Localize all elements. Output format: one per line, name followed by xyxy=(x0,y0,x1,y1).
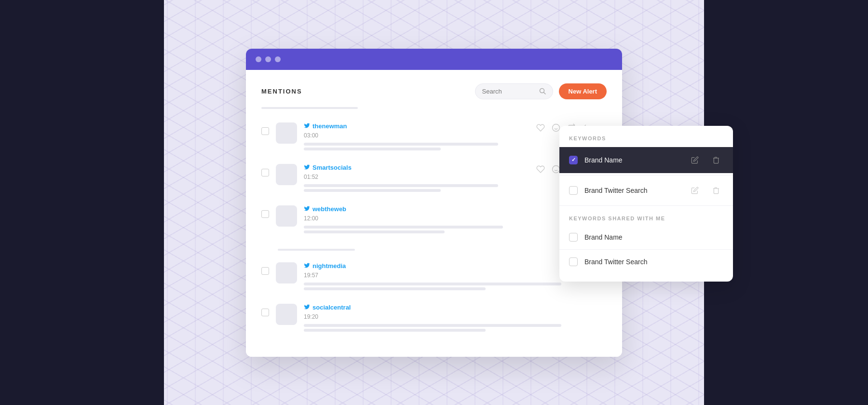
mention-item-4: nightmedia 19:57 xyxy=(261,258,607,300)
mention-avatar-3 xyxy=(276,205,297,227)
keyword-shared-label-1: Brand Name xyxy=(584,233,723,241)
mention-time-5: 19:20 xyxy=(304,313,607,320)
mention-checkbox-4[interactable] xyxy=(261,267,269,275)
keyword-shared-checkbox-1[interactable] xyxy=(569,233,578,242)
mention-text-bar-2a xyxy=(304,184,498,187)
mention-row-3: webtheweb 12:00 ✕ ✕ ⋯ xyxy=(261,202,607,243)
mention-username-1: thenewman xyxy=(304,122,532,130)
kw-separator-2 xyxy=(559,205,733,206)
title-bar xyxy=(246,49,622,70)
mentions-title: MENTIONS xyxy=(261,88,302,95)
mention-time-3: 12:00 xyxy=(304,215,538,222)
mention-time-1: 03:00 xyxy=(304,132,532,139)
mention-username-3: webtheweb xyxy=(304,205,538,213)
twitter-icon-1 xyxy=(304,122,310,130)
mentions-rule xyxy=(261,107,358,109)
svg-line-1 xyxy=(543,93,545,94)
keywords-panel: KEYWORDS Brand Name Brand Twitter Search xyxy=(559,126,733,282)
keyword-shared-label-2: Brand Twitter Search xyxy=(584,258,723,266)
kw-separator-3 xyxy=(559,249,733,250)
mention-username-2: Smartsocials xyxy=(304,164,532,172)
mention-text-bar-3a xyxy=(304,226,503,229)
keywords-section-title: KEYWORDS xyxy=(559,135,733,147)
mention-body-5: socialcentral 19:20 xyxy=(304,304,607,334)
mention-checkbox-3[interactable] xyxy=(261,210,269,218)
search-box[interactable] xyxy=(475,83,553,99)
app-window: MENTIONS New Alert xyxy=(246,49,622,357)
mention-checkbox-2[interactable] xyxy=(261,169,269,176)
keyword-delete-btn-2[interactable] xyxy=(709,183,723,198)
mention-avatar-1 xyxy=(276,122,297,144)
mention-avatar-4 xyxy=(276,262,297,284)
mention-row-4: nightmedia 19:57 xyxy=(261,258,607,300)
mention-body-2: Smartsocials 01:52 xyxy=(304,164,532,194)
window-dot-1 xyxy=(256,56,261,62)
keywords-shared-title: KEYWORDS SHARED WITH ME xyxy=(559,208,733,227)
mention-text-bar-5a xyxy=(304,324,561,327)
keyword-edit-btn-1[interactable] xyxy=(688,153,702,167)
mention-item-1: thenewman 03:00 xyxy=(261,119,532,160)
twitter-icon-5 xyxy=(304,304,310,311)
header-actions: New Alert xyxy=(475,83,607,99)
keyword-label-1: Brand Name xyxy=(584,156,681,164)
twitter-icon-3 xyxy=(304,205,310,213)
mention-row-5: socialcentral 19:20 xyxy=(261,300,607,341)
mention-checkbox-1[interactable] xyxy=(261,127,269,135)
mention-row-2: Smartsocials 01:52 xyxy=(261,160,607,202)
mention-item-5: socialcentral 19:20 xyxy=(261,300,607,341)
keyword-shared-checkbox-2[interactable] xyxy=(569,257,578,266)
keyword-item-1[interactable]: Brand Name xyxy=(559,147,733,173)
mention-item-3: webtheweb 12:00 xyxy=(261,202,538,243)
dark-left-panel xyxy=(0,0,164,405)
mention-text-bar-4a xyxy=(304,283,561,285)
new-alert-button[interactable]: New Alert xyxy=(559,83,607,99)
mention-text-bar-4b xyxy=(304,287,486,290)
keyword-delete-btn-1[interactable] xyxy=(709,153,723,167)
search-icon xyxy=(539,88,546,94)
keyword-checkbox-2[interactable] xyxy=(569,186,578,195)
section-divider xyxy=(278,249,355,251)
keyword-shared-item-1[interactable]: Brand Name xyxy=(559,227,733,247)
mention-text-bar-1a xyxy=(304,143,498,146)
window-dot-3 xyxy=(275,56,281,62)
heart-icon-1[interactable] xyxy=(536,123,545,134)
window-dot-2 xyxy=(265,56,271,62)
mention-time-2: 01:52 xyxy=(304,174,532,180)
mention-item-2: Smartsocials 01:52 xyxy=(261,160,532,202)
svg-point-8 xyxy=(553,165,560,173)
keyword-label-2: Brand Twitter Search xyxy=(584,187,681,194)
mention-text-bar-1b xyxy=(304,148,441,150)
mention-checkbox-5[interactable] xyxy=(261,309,269,316)
mention-text-bar-5b xyxy=(304,329,486,332)
mentions-header: MENTIONS New Alert xyxy=(261,83,607,99)
keyword-edit-btn-2[interactable] xyxy=(688,183,702,198)
twitter-icon-4 xyxy=(304,262,310,270)
mention-body-3: webtheweb 12:00 xyxy=(304,205,538,235)
mention-text-bar-2b xyxy=(304,189,441,192)
mention-avatar-5 xyxy=(276,304,297,325)
keyword-shared-item-2[interactable]: Brand Twitter Search xyxy=(559,252,733,272)
svg-point-2 xyxy=(553,124,560,131)
mention-avatar-2 xyxy=(276,164,297,185)
heart-icon-2[interactable] xyxy=(536,165,545,176)
mention-row-1: thenewman 03:00 xyxy=(261,119,607,160)
twitter-icon-2 xyxy=(304,164,310,172)
keyword-item-2[interactable]: Brand Twitter Search xyxy=(559,177,733,203)
search-input[interactable] xyxy=(482,88,535,95)
mention-text-bar-3b xyxy=(304,230,445,233)
mention-username-5: socialcentral xyxy=(304,304,607,311)
mention-body-1: thenewman 03:00 xyxy=(304,122,532,152)
kw-separator-1 xyxy=(559,175,733,176)
keyword-checkbox-1[interactable] xyxy=(569,156,578,164)
